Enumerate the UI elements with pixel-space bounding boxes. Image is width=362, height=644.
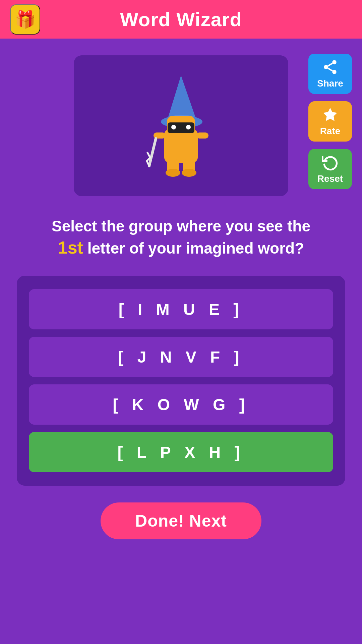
- svg-point-19: [166, 169, 180, 177]
- instruction-line1: Select the group where you see the: [30, 216, 332, 236]
- app-header: 🎁 Word Wizard: [0, 0, 362, 39]
- svg-point-20: [182, 169, 196, 177]
- svg-marker-6: [168, 75, 196, 119]
- svg-point-12: [171, 125, 176, 129]
- gift-icon: 🎁: [15, 10, 36, 29]
- groups-panel: [ I M U E ] [ J N V F ] [ K O W G ] [ L …: [17, 276, 345, 486]
- group-button-4[interactable]: [ L P X H ]: [29, 432, 333, 472]
- app-title: Word Wizard: [120, 8, 242, 31]
- svg-point-13: [186, 125, 191, 129]
- ordinal-highlight: 1st: [58, 238, 83, 257]
- instruction-text: Select the group where you see the 1st l…: [17, 216, 345, 259]
- instruction-line2: 1st letter of your imagined word?: [30, 236, 332, 259]
- svg-rect-15: [196, 132, 208, 139]
- group-button-3[interactable]: [ K O W G ]: [29, 384, 333, 425]
- wizard-character: [137, 72, 225, 179]
- instruction-line2-text: letter of your imagined word?: [87, 239, 304, 257]
- main-content: Select the group where you see the 1st l…: [0, 55, 362, 539]
- group-button-1[interactable]: [ I M U E ]: [29, 289, 333, 329]
- done-next-button[interactable]: Done! Next: [101, 502, 261, 539]
- svg-line-16: [149, 139, 156, 166]
- character-display: [74, 55, 288, 196]
- gift-button[interactable]: 🎁: [10, 4, 40, 35]
- group-button-2[interactable]: [ J N V F ]: [29, 337, 333, 377]
